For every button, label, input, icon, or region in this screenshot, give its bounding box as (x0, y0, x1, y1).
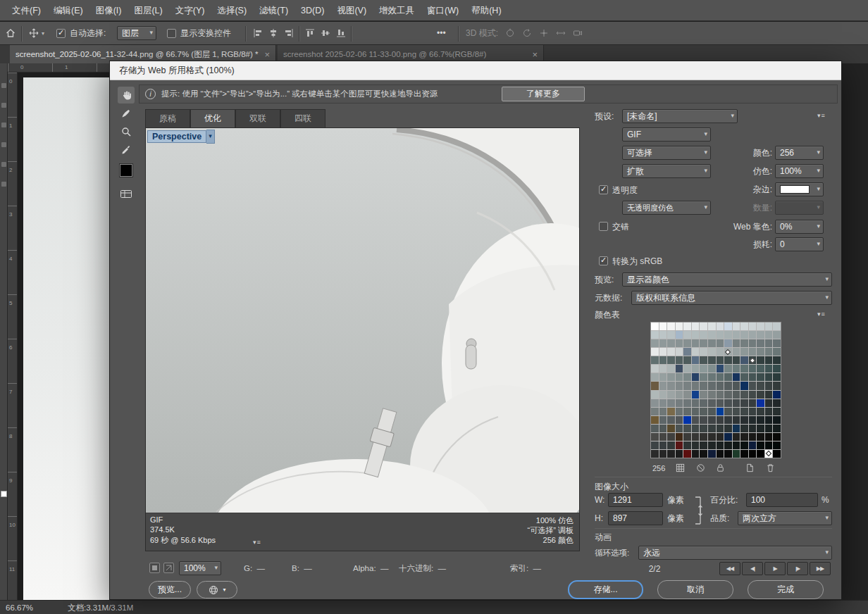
color-swatch[interactable] (733, 450, 740, 458)
color-swatch[interactable] (733, 373, 740, 381)
3d-pan-icon[interactable] (538, 27, 550, 39)
color-swatch[interactable] (692, 416, 700, 424)
color-swatch[interactable] (700, 331, 707, 339)
color-swatch[interactable] (708, 339, 716, 347)
menu-item[interactable]: 图像(I) (89, 0, 128, 21)
color-swatch[interactable] (667, 399, 675, 407)
color-swatch[interactable] (659, 339, 667, 347)
height-input[interactable]: 897 (608, 511, 663, 525)
color-swatch[interactable] (708, 425, 716, 432)
color-swatch[interactable] (676, 373, 683, 381)
color-swatch[interactable] (676, 339, 683, 347)
preview-option-toggle-2[interactable] (163, 563, 174, 573)
dither-method-dropdown[interactable]: 扩散 (622, 164, 711, 178)
color-swatch[interactable] (692, 373, 700, 381)
color-swatch[interactable] (724, 322, 732, 330)
color-swatch[interactable] (765, 433, 773, 441)
color-swatch[interactable] (708, 331, 716, 339)
color-swatch[interactable] (667, 373, 675, 381)
color-swatch[interactable] (757, 450, 764, 458)
color-swatch[interactable] (651, 433, 659, 441)
color-swatch[interactable] (765, 356, 773, 364)
color-swatch[interactable] (676, 450, 683, 458)
horizontal-ruler[interactable]: 012 (8, 63, 109, 73)
color-swatch[interactable] (692, 365, 700, 372)
color-swatch[interactable] (765, 391, 773, 399)
color-swatch[interactable] (765, 416, 773, 424)
color-swatch[interactable] (676, 441, 683, 449)
color-swatch[interactable] (667, 382, 675, 389)
color-swatch[interactable] (733, 339, 740, 347)
color-swatch[interactable] (717, 391, 724, 399)
color-swatch[interactable] (708, 373, 716, 381)
menu-item[interactable]: 图层(L) (128, 0, 168, 21)
color-swatch[interactable] (717, 322, 724, 330)
color-swatch[interactable] (733, 382, 740, 389)
color-swatch[interactable] (717, 373, 724, 381)
color-swatch[interactable] (700, 365, 707, 372)
color-swatch[interactable] (765, 441, 773, 449)
color-swatch[interactable] (651, 408, 659, 415)
delete-color-icon[interactable] (765, 463, 776, 474)
eyedropper-color-swatch[interactable] (120, 164, 132, 177)
color-swatch[interactable] (692, 382, 700, 389)
color-swatch[interactable] (676, 365, 683, 372)
color-swatch[interactable] (667, 416, 675, 424)
auto-select-scope-dropdown[interactable]: 图层 (117, 26, 156, 40)
color-swatch[interactable] (667, 356, 675, 364)
color-swatch[interactable] (651, 441, 659, 449)
save-button[interactable]: 存储... (568, 580, 643, 599)
chevron-down-icon[interactable]: ▾ (206, 130, 215, 144)
color-swatch[interactable] (651, 339, 659, 347)
show-transform-checkbox[interactable] (167, 29, 176, 38)
color-swatch[interactable] (765, 425, 773, 432)
align-right-icon[interactable] (283, 27, 294, 39)
color-swatch[interactable] (692, 433, 700, 441)
transparency-dither-dropdown[interactable]: 无透明度仿色 (622, 201, 711, 215)
color-swatch[interactable] (676, 391, 683, 399)
color-swatch[interactable] (757, 365, 764, 372)
color-swatch[interactable] (700, 339, 707, 347)
color-swatch[interactable] (683, 416, 691, 424)
web-snap-dropdown[interactable]: 0% (775, 220, 824, 234)
color-swatch[interactable] (724, 408, 732, 415)
color-swatch[interactable] (651, 450, 659, 458)
color-swatch[interactable] (692, 356, 700, 364)
home-icon[interactable] (5, 27, 16, 39)
learn-more-button[interactable]: 了解更多 (502, 87, 585, 101)
color-swatch[interactable] (651, 348, 659, 356)
move-tool-icon[interactable] (28, 27, 39, 39)
color-swatch[interactable] (708, 408, 716, 415)
color-swatch[interactable] (757, 441, 764, 449)
color-swatch[interactable] (733, 391, 740, 399)
color-swatch[interactable] (765, 331, 773, 339)
foreground-color-swatch[interactable] (1, 491, 7, 497)
color-swatch[interactable] (717, 416, 724, 424)
color-swatch[interactable] (724, 399, 732, 407)
color-swatch[interactable] (717, 425, 724, 432)
slice-select-tool[interactable] (118, 105, 135, 122)
color-swatch[interactable] (659, 365, 667, 372)
browser-preview-button[interactable]: ▾ (197, 581, 237, 599)
animation-control-button[interactable]: ◀| (742, 562, 763, 575)
menu-item[interactable]: 视图(V) (330, 0, 373, 21)
animation-control-button[interactable]: ▶ (764, 562, 786, 575)
color-swatch[interactable] (773, 425, 781, 432)
color-swatch[interactable] (717, 331, 724, 339)
eyedropper-tool[interactable] (118, 142, 135, 158)
color-swatch[interactable] (667, 433, 675, 441)
color-swatch[interactable] (749, 382, 757, 389)
auto-select-checkbox[interactable] (56, 29, 66, 38)
color-swatch[interactable] (667, 365, 675, 372)
color-swatch[interactable] (667, 339, 675, 347)
color-swatch[interactable] (757, 399, 764, 407)
color-swatch[interactable] (765, 322, 773, 330)
color-swatch[interactable] (708, 365, 716, 372)
menu-item[interactable]: 3D(D) (294, 0, 330, 21)
color-swatch[interactable] (700, 356, 707, 364)
color-swatch[interactable] (683, 331, 691, 339)
color-swatch[interactable] (740, 382, 748, 389)
link-dimensions-icon[interactable] (692, 494, 705, 527)
color-swatch[interactable] (717, 348, 724, 356)
color-swatch[interactable] (667, 391, 675, 399)
